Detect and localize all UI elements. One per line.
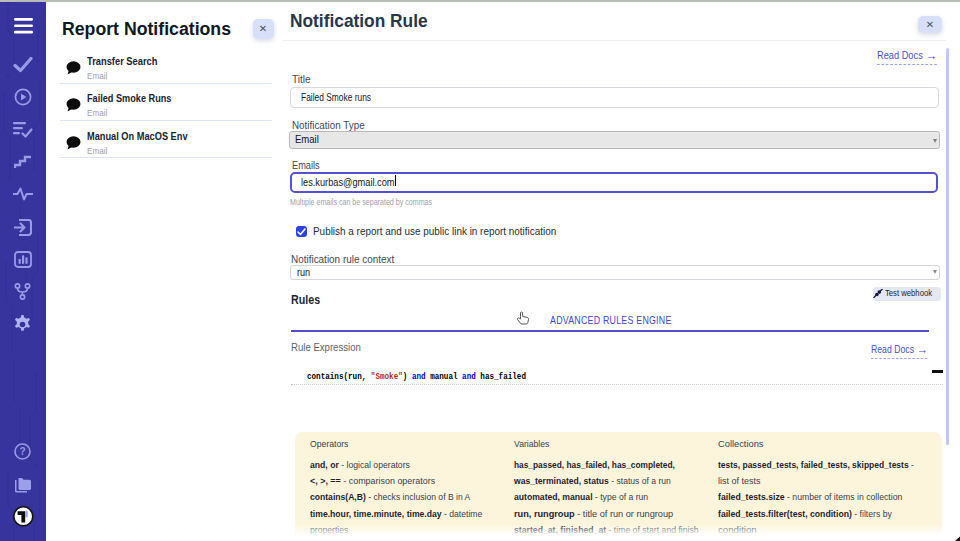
svg-text:?: ? [19, 446, 25, 457]
